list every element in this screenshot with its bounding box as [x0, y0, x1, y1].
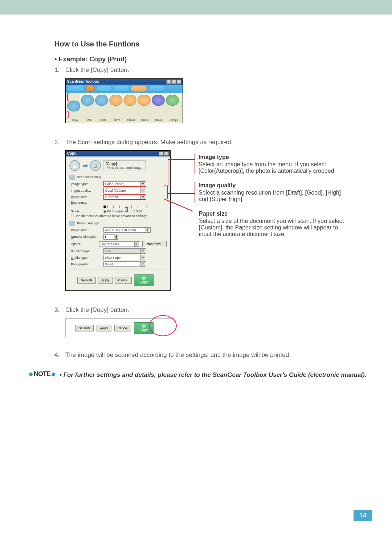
apply-button[interactable]: Apply [98, 277, 113, 284]
mail-toolbox-icon[interactable] [81, 95, 94, 106]
cancel-button-2[interactable]: Cancel [114, 325, 131, 331]
main-content: How to Use the Funtions • Example: Copy … [0, 15, 392, 380]
settings-toolbox-icon[interactable] [166, 95, 179, 106]
dialog-section: Copy ? × 📄 ➡ 🖨 [Copy] Prints the scanned… [54, 150, 370, 291]
media-row: Media type: Plain Paper▾ [69, 255, 167, 260]
defaults-button-2[interactable]: Defaults [75, 325, 94, 331]
slider-light-icon [145, 205, 148, 208]
image-type-label: IImage type:mage type: [71, 182, 103, 186]
anno-image-type: Image type Select an image type from the… [195, 154, 348, 174]
step-4-num: 4. [54, 350, 65, 360]
toolbox-label-copy: Copy [69, 119, 82, 121]
note-dot-icon [52, 372, 55, 376]
print-dest-icon: 🖨 [90, 160, 101, 171]
step-2: 2. The Scan settings dialog appears. Mak… [54, 138, 370, 147]
note-row: NOTE • For further settings and details,… [29, 370, 370, 380]
defaults-button[interactable]: Defaults [77, 277, 96, 284]
pct100-radio[interactable]: ○ 100% [131, 209, 142, 213]
image-type-dropdown[interactable]: Color (Photo)▾ [103, 181, 146, 187]
chevron-down-icon: ▾ [134, 242, 139, 247]
scanner-settings-header: Scanner settings [69, 175, 167, 180]
copy-callout-circle-2 [149, 315, 177, 336]
step-4-text: The image will be scanned according to t… [65, 350, 370, 360]
dialog-button-row: Defaults Apply Cancel Copy [69, 272, 167, 287]
scangear-toolbox-window: ScanGear Toolbox − ? × [65, 78, 183, 123]
cartridge-label: BJ Cartridge: [71, 249, 103, 253]
cartridge-row: BJ Cartridge: Color▾ [69, 248, 167, 254]
image-type-row: IImage type:mage type: Color (Photo)▾ [69, 181, 167, 187]
image-quality-label: Image quality: [71, 189, 103, 192]
titlebar-buttons: − ? × [166, 80, 181, 84]
toolbox-label-scan2: Scan-2 [139, 119, 152, 121]
scan-source-icon: 📄 [69, 160, 80, 171]
spinner-arrows-icon[interactable]: ▴▾ [114, 234, 118, 240]
printer-icon [69, 221, 75, 226]
brightness-slider[interactable] [69, 205, 167, 208]
chevron-down-icon: ▾ [140, 255, 145, 260]
apply-button-2[interactable]: Apply [97, 325, 111, 331]
copy-callout-circle [67, 93, 80, 118]
toolbox-top-strip [66, 85, 183, 93]
properties-button[interactable]: Properties... [142, 241, 167, 247]
printer-settings-header: Printer settings [69, 221, 167, 226]
slider-dark-icon [103, 205, 106, 208]
scale-label: Scale: [71, 209, 103, 213]
note-text: • For further settings and details, plea… [55, 370, 366, 380]
callout-line-imagetype [168, 159, 195, 160]
slider-track[interactable] [107, 207, 144, 207]
paper-size-dropdown[interactable]: L Portrait▾ [103, 194, 146, 200]
copy-header-desc: Prints the scanned image. [106, 166, 143, 170]
top-strip-icon [68, 86, 84, 92]
toolbox-label-scan3: Scan-3 [153, 119, 166, 121]
slider-thumb[interactable] [125, 207, 128, 212]
advanced-checkbox-row[interactable]: ☐ Use the scanner driver to make advance… [69, 214, 167, 218]
print-quality-dropdown[interactable]: Good▾ [103, 261, 146, 267]
scan1-toolbox-icon[interactable] [123, 95, 136, 106]
top-strip-icon [96, 86, 112, 92]
brightness-label: Brightness: [71, 201, 103, 204]
close-button[interactable]: × [176, 80, 181, 84]
scanner-icon [69, 175, 75, 180]
chevron-down-icon: ▾ [140, 182, 145, 186]
paper-size2-dropdown[interactable]: A5 148.0 x 210.0 mm▾ [103, 227, 151, 233]
printer-dropdown[interactable]: Canon S600▾ [99, 241, 140, 247]
anno-image-type-body: Select an image type from the menu. If y… [199, 161, 348, 174]
dialog-help-button[interactable]: ? [159, 151, 164, 156]
chevron-down-icon: ▾ [140, 262, 145, 266]
image-quality-dropdown[interactable]: Good (300dpi)▾ [103, 188, 146, 193]
toolbox-title-text: ScanGear Toolbox [67, 80, 99, 83]
step-1: 1. Click the [Copy] button. [54, 65, 370, 75]
note-badge: NOTE [29, 370, 55, 378]
chevron-down-icon: ▾ [140, 188, 145, 193]
callout-line-imagequality [168, 193, 195, 194]
toolbox-label-settings: Settings [167, 119, 180, 121]
copy-execute-button[interactable]: Copy [134, 274, 154, 286]
dialog-close-button[interactable]: × [164, 151, 169, 156]
scale-row: Scale: ◉ Fit to paper ○ 100% [69, 209, 167, 213]
toolbox-label-mail: Mail [83, 119, 96, 121]
copy-dialog: Copy ? × 📄 ➡ 🖨 [Copy] Prints the scanned… [65, 150, 171, 291]
ocr-toolbox-icon[interactable] [95, 95, 108, 106]
save-toolbox-icon[interactable] [109, 95, 122, 106]
image-quality-row: Image quality: Good (300dpi)▾ [69, 188, 167, 193]
toolbox-labels: Copy Mail OCR Save Scan-1 Scan-2 Scan-3 … [66, 119, 183, 123]
copy-toolbox-icon[interactable] [67, 101, 80, 111]
diamond-icon [141, 276, 146, 281]
step3-button-panel: Defaults Apply Cancel Copy [65, 318, 174, 337]
help-button[interactable]: ? [171, 80, 176, 84]
anno-image-type-title: Image type [199, 154, 348, 160]
printer-row: Printer: Canon S600▾ Properties... [69, 241, 167, 247]
paper-size2-row: Paper size: A5 148.0 x 210.0 mm▾ [69, 227, 167, 233]
cancel-button[interactable]: Cancel [115, 277, 132, 284]
media-dropdown[interactable]: Plain Paper▾ [103, 255, 146, 260]
copies-spinner[interactable] [103, 234, 114, 240]
scan3-toolbox-icon[interactable] [152, 95, 165, 106]
printer-settings-label: Printer settings [77, 221, 99, 225]
chevron-down-icon: ▾ [145, 228, 149, 232]
step-3-num: 3. [54, 305, 65, 315]
scan2-toolbox-icon[interactable] [138, 95, 151, 106]
minimize-button[interactable]: − [166, 80, 171, 84]
printer-label: Printer: [71, 242, 99, 246]
step-3: 3. Click the [Copy] button. [54, 305, 370, 315]
fit-to-paper-radio[interactable]: ◉ Fit to paper [103, 209, 124, 213]
